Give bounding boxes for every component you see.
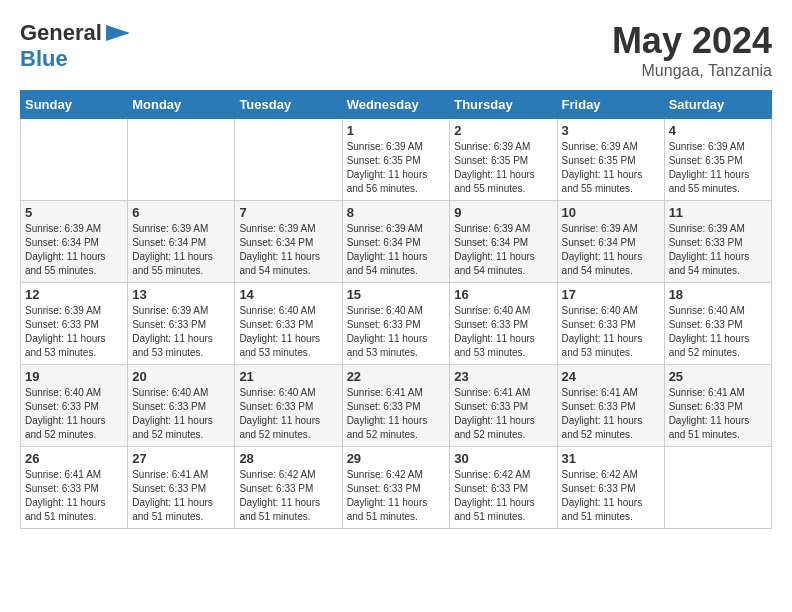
day-number: 23 [454, 369, 552, 384]
calendar-cell: 30Sunrise: 6:42 AMSunset: 6:33 PMDayligh… [450, 447, 557, 529]
header-wednesday: Wednesday [342, 91, 450, 119]
logo-flag-icon [104, 23, 132, 43]
day-number: 27 [132, 451, 230, 466]
day-number: 29 [347, 451, 446, 466]
calendar-week-row: 12Sunrise: 6:39 AMSunset: 6:33 PMDayligh… [21, 283, 772, 365]
day-info: Sunrise: 6:40 AMSunset: 6:33 PMDaylight:… [454, 304, 552, 360]
calendar-cell: 31Sunrise: 6:42 AMSunset: 6:33 PMDayligh… [557, 447, 664, 529]
calendar-cell: 15Sunrise: 6:40 AMSunset: 6:33 PMDayligh… [342, 283, 450, 365]
day-info: Sunrise: 6:40 AMSunset: 6:33 PMDaylight:… [347, 304, 446, 360]
calendar-cell: 26Sunrise: 6:41 AMSunset: 6:33 PMDayligh… [21, 447, 128, 529]
month-title: May 2024 [612, 20, 772, 62]
day-number: 8 [347, 205, 446, 220]
day-number: 11 [669, 205, 767, 220]
calendar-cell: 9Sunrise: 6:39 AMSunset: 6:34 PMDaylight… [450, 201, 557, 283]
calendar-cell: 21Sunrise: 6:40 AMSunset: 6:33 PMDayligh… [235, 365, 342, 447]
calendar-cell: 19Sunrise: 6:40 AMSunset: 6:33 PMDayligh… [21, 365, 128, 447]
day-info: Sunrise: 6:41 AMSunset: 6:33 PMDaylight:… [562, 386, 660, 442]
day-info: Sunrise: 6:39 AMSunset: 6:35 PMDaylight:… [454, 140, 552, 196]
header-sunday: Sunday [21, 91, 128, 119]
day-number: 17 [562, 287, 660, 302]
header-monday: Monday [128, 91, 235, 119]
calendar-cell: 28Sunrise: 6:42 AMSunset: 6:33 PMDayligh… [235, 447, 342, 529]
header-tuesday: Tuesday [235, 91, 342, 119]
day-info: Sunrise: 6:39 AMSunset: 6:35 PMDaylight:… [347, 140, 446, 196]
day-info: Sunrise: 6:40 AMSunset: 6:33 PMDaylight:… [239, 386, 337, 442]
day-info: Sunrise: 6:42 AMSunset: 6:33 PMDaylight:… [562, 468, 660, 524]
header-friday: Friday [557, 91, 664, 119]
day-number: 22 [347, 369, 446, 384]
day-number: 30 [454, 451, 552, 466]
day-number: 16 [454, 287, 552, 302]
day-info: Sunrise: 6:39 AMSunset: 6:34 PMDaylight:… [25, 222, 123, 278]
title-block: May 2024 Mungaa, Tanzania [612, 20, 772, 80]
day-number: 7 [239, 205, 337, 220]
day-number: 24 [562, 369, 660, 384]
day-number: 2 [454, 123, 552, 138]
day-number: 25 [669, 369, 767, 384]
calendar-cell: 12Sunrise: 6:39 AMSunset: 6:33 PMDayligh… [21, 283, 128, 365]
header-thursday: Thursday [450, 91, 557, 119]
day-info: Sunrise: 6:39 AMSunset: 6:34 PMDaylight:… [239, 222, 337, 278]
day-info: Sunrise: 6:42 AMSunset: 6:33 PMDaylight:… [347, 468, 446, 524]
day-info: Sunrise: 6:41 AMSunset: 6:33 PMDaylight:… [454, 386, 552, 442]
day-info: Sunrise: 6:40 AMSunset: 6:33 PMDaylight:… [239, 304, 337, 360]
calendar-cell: 13Sunrise: 6:39 AMSunset: 6:33 PMDayligh… [128, 283, 235, 365]
calendar-table: SundayMondayTuesdayWednesdayThursdayFrid… [20, 90, 772, 529]
day-number: 15 [347, 287, 446, 302]
page-header: General Blue May 2024 Mungaa, Tanzania [20, 20, 772, 80]
calendar-cell: 20Sunrise: 6:40 AMSunset: 6:33 PMDayligh… [128, 365, 235, 447]
calendar-cell [128, 119, 235, 201]
day-info: Sunrise: 6:40 AMSunset: 6:33 PMDaylight:… [669, 304, 767, 360]
day-number: 31 [562, 451, 660, 466]
calendar-cell: 7Sunrise: 6:39 AMSunset: 6:34 PMDaylight… [235, 201, 342, 283]
day-info: Sunrise: 6:39 AMSunset: 6:34 PMDaylight:… [132, 222, 230, 278]
calendar-cell: 4Sunrise: 6:39 AMSunset: 6:35 PMDaylight… [664, 119, 771, 201]
calendar-week-row: 19Sunrise: 6:40 AMSunset: 6:33 PMDayligh… [21, 365, 772, 447]
day-number: 12 [25, 287, 123, 302]
day-info: Sunrise: 6:42 AMSunset: 6:33 PMDaylight:… [239, 468, 337, 524]
location-title: Mungaa, Tanzania [612, 62, 772, 80]
day-number: 6 [132, 205, 230, 220]
day-number: 1 [347, 123, 446, 138]
day-number: 3 [562, 123, 660, 138]
calendar-week-row: 26Sunrise: 6:41 AMSunset: 6:33 PMDayligh… [21, 447, 772, 529]
header-saturday: Saturday [664, 91, 771, 119]
day-number: 4 [669, 123, 767, 138]
calendar-cell: 18Sunrise: 6:40 AMSunset: 6:33 PMDayligh… [664, 283, 771, 365]
day-number: 18 [669, 287, 767, 302]
day-info: Sunrise: 6:41 AMSunset: 6:33 PMDaylight:… [347, 386, 446, 442]
day-number: 9 [454, 205, 552, 220]
day-info: Sunrise: 6:39 AMSunset: 6:33 PMDaylight:… [25, 304, 123, 360]
day-info: Sunrise: 6:39 AMSunset: 6:34 PMDaylight:… [562, 222, 660, 278]
day-number: 10 [562, 205, 660, 220]
day-info: Sunrise: 6:41 AMSunset: 6:33 PMDaylight:… [25, 468, 123, 524]
day-info: Sunrise: 6:39 AMSunset: 6:34 PMDaylight:… [347, 222, 446, 278]
calendar-cell: 16Sunrise: 6:40 AMSunset: 6:33 PMDayligh… [450, 283, 557, 365]
svg-marker-0 [106, 25, 130, 41]
calendar-header-row: SundayMondayTuesdayWednesdayThursdayFrid… [21, 91, 772, 119]
calendar-week-row: 1Sunrise: 6:39 AMSunset: 6:35 PMDaylight… [21, 119, 772, 201]
calendar-cell: 5Sunrise: 6:39 AMSunset: 6:34 PMDaylight… [21, 201, 128, 283]
day-info: Sunrise: 6:39 AMSunset: 6:33 PMDaylight:… [669, 222, 767, 278]
day-info: Sunrise: 6:39 AMSunset: 6:33 PMDaylight:… [132, 304, 230, 360]
day-info: Sunrise: 6:39 AMSunset: 6:34 PMDaylight:… [454, 222, 552, 278]
day-info: Sunrise: 6:42 AMSunset: 6:33 PMDaylight:… [454, 468, 552, 524]
calendar-cell: 2Sunrise: 6:39 AMSunset: 6:35 PMDaylight… [450, 119, 557, 201]
calendar-cell: 8Sunrise: 6:39 AMSunset: 6:34 PMDaylight… [342, 201, 450, 283]
logo-blue-text: Blue [20, 46, 68, 72]
calendar-cell: 1Sunrise: 6:39 AMSunset: 6:35 PMDaylight… [342, 119, 450, 201]
calendar-cell [21, 119, 128, 201]
day-number: 14 [239, 287, 337, 302]
calendar-cell: 24Sunrise: 6:41 AMSunset: 6:33 PMDayligh… [557, 365, 664, 447]
calendar-cell: 17Sunrise: 6:40 AMSunset: 6:33 PMDayligh… [557, 283, 664, 365]
calendar-cell: 10Sunrise: 6:39 AMSunset: 6:34 PMDayligh… [557, 201, 664, 283]
day-number: 19 [25, 369, 123, 384]
day-info: Sunrise: 6:40 AMSunset: 6:33 PMDaylight:… [25, 386, 123, 442]
calendar-cell: 23Sunrise: 6:41 AMSunset: 6:33 PMDayligh… [450, 365, 557, 447]
calendar-cell [664, 447, 771, 529]
calendar-cell: 22Sunrise: 6:41 AMSunset: 6:33 PMDayligh… [342, 365, 450, 447]
calendar-cell: 6Sunrise: 6:39 AMSunset: 6:34 PMDaylight… [128, 201, 235, 283]
calendar-cell: 11Sunrise: 6:39 AMSunset: 6:33 PMDayligh… [664, 201, 771, 283]
calendar-cell: 25Sunrise: 6:41 AMSunset: 6:33 PMDayligh… [664, 365, 771, 447]
